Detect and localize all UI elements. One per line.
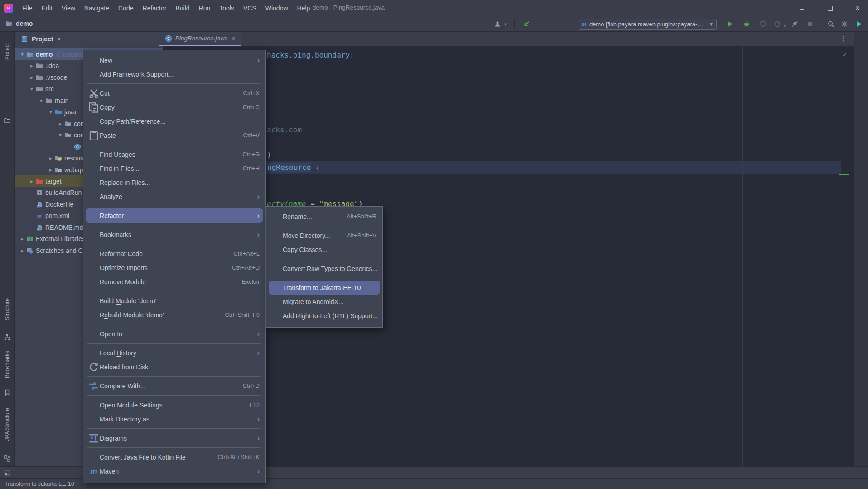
menu-item-remove-module[interactable]: Remove ModuleExcluir xyxy=(83,275,265,289)
menu-item-paste[interactable]: PasteCtrl+V xyxy=(83,128,265,142)
menu-item-compare-with[interactable]: Compare With...Ctrl+D xyxy=(83,379,265,393)
menu-item-shortcut: Ctrl+V xyxy=(234,132,260,139)
menu-item-copy-classes[interactable]: Copy Classes... xyxy=(266,242,382,257)
tool-window-switcher-icon[interactable] xyxy=(4,467,11,479)
debug-button-icon[interactable] xyxy=(743,20,750,28)
chevron-open-icon[interactable]: ▾ xyxy=(29,86,35,92)
menu-item-open-module-settings[interactable]: Open Module SettingsF12 xyxy=(83,398,265,412)
run-configuration-select[interactable]: m demo [fish.payara.maven.plugins:payara… xyxy=(579,19,717,30)
toolbar-project-widget[interactable]: demo xyxy=(5,20,33,27)
menu-item-replace-in-files[interactable]: Replace in Files... xyxy=(83,175,265,189)
project-view-icon xyxy=(21,35,28,43)
minimize-button[interactable]: – xyxy=(791,0,812,16)
menu-item-analyze[interactable]: Analyze› xyxy=(83,189,265,203)
chevron-closed-icon[interactable]: ▸ xyxy=(19,247,25,254)
chevron-open-icon[interactable]: ▾ xyxy=(19,51,25,58)
plugin-logo-icon[interactable] xyxy=(855,20,863,28)
submenu-chevron-right-icon: › xyxy=(257,231,260,238)
tool-window-button-structure[interactable]: Structure xyxy=(4,298,10,320)
stop-button-icon[interactable] xyxy=(806,20,814,28)
menu-item-rename[interactable]: Rename...Alt+Shift+R xyxy=(266,209,382,223)
menubar-edit[interactable]: Edit xyxy=(37,3,57,14)
menubar-vcs[interactable]: VCS xyxy=(239,3,261,14)
menu-item-local-history[interactable]: Local History› xyxy=(83,346,265,360)
menu-item-copy-path-reference[interactable]: Copy Path/Reference... xyxy=(83,114,265,128)
menu-item-maven[interactable]: mMaven› xyxy=(83,464,265,478)
tool-window-button-project[interactable]: Project xyxy=(4,43,10,60)
wrap-guide-line xyxy=(742,46,743,466)
chevron-open-icon[interactable]: ▾ xyxy=(48,109,54,115)
chevron-closed-icon[interactable]: ▸ xyxy=(48,155,54,161)
menu-item-new[interactable]: New› xyxy=(83,53,265,67)
menu-item-copy[interactable]: CopyCtrl+C xyxy=(83,100,265,114)
menubar-tools[interactable]: Tools xyxy=(215,3,239,14)
menubar-refactor[interactable]: Refactor xyxy=(138,3,171,14)
run-with-coverage-button-icon[interactable] xyxy=(759,20,767,28)
attach-debugger-icon[interactable] xyxy=(791,20,798,28)
tool-window-button-jpa-structure[interactable]: JPA Structure xyxy=(4,408,10,441)
menu-item-rebuild-module-demo[interactable]: Rebuild Module 'demo'Ctrl+Shift+F9 xyxy=(83,308,265,322)
menu-item-build-module-demo[interactable]: Build Module 'demo' xyxy=(83,294,265,308)
menubar-code[interactable]: Code xyxy=(114,3,138,14)
menubar-build[interactable]: Build xyxy=(171,3,194,14)
menu-item-transform-to-jakarta-ee-10[interactable]: Transform to Jakarta-EE-10 xyxy=(269,281,380,295)
menu-item-refactor[interactable]: Refactor› xyxy=(86,208,263,223)
menu-item-move-directory[interactable]: Move Directory...Alt+Shift+V xyxy=(266,228,382,242)
run-button-icon[interactable] xyxy=(727,20,734,28)
toolbar-project-name: demo xyxy=(16,20,33,27)
chevron-open-icon[interactable]: ▾ xyxy=(38,97,44,104)
menu-item-migrate-to-androidx[interactable]: Migrate to AndroidX... xyxy=(266,295,382,309)
menu-item-reformat-code[interactable]: Reformat CodeCtrl+Alt+L xyxy=(83,247,265,261)
menubar-navigate[interactable]: Navigate xyxy=(80,3,114,14)
structure-icon[interactable] xyxy=(4,334,11,341)
inspections-ok-icon[interactable]: ✓ xyxy=(843,50,847,59)
menubar-help[interactable]: Help xyxy=(293,3,315,14)
menu-item-add-framework-support[interactable]: Add Framework Support... xyxy=(83,67,265,81)
menu-item-shortcut: Ctrl+Shift+F9 xyxy=(216,311,260,318)
menubar-window[interactable]: Window xyxy=(261,3,293,14)
chevron-open-icon[interactable]: ▾ xyxy=(57,132,63,138)
menu-item-diagrams[interactable]: Diagrams› xyxy=(83,431,265,445)
folder-icon xyxy=(45,97,53,104)
menu-item-mark-directory-as[interactable]: Mark Directory as› xyxy=(83,412,265,426)
menu-item-cut[interactable]: CutCtrl+X xyxy=(83,86,265,100)
profile-icon[interactable] xyxy=(494,20,501,28)
menu-item-optimize-imports[interactable]: Optimize ImportsCtrl+Alt+O xyxy=(83,261,265,275)
menu-item-bookmarks[interactable]: Bookmarks› xyxy=(83,228,265,242)
menu-item-open-in[interactable]: Open In› xyxy=(83,327,265,341)
tab-pingresource[interactable]: C PingResource.java × xyxy=(159,32,241,46)
project-folder-icon[interactable] xyxy=(4,117,11,124)
search-everywhere-icon[interactable] xyxy=(827,20,834,28)
menubar-view[interactable]: View xyxy=(57,3,80,14)
menu-item-find-in-files[interactable]: Find in Files...Ctrl+H xyxy=(83,161,265,175)
project-panel-header[interactable]: Project ▼ xyxy=(21,35,61,43)
editor-options-kebab-icon[interactable]: ⋮ xyxy=(839,34,847,43)
chevron-closed-icon[interactable]: ▸ xyxy=(29,63,35,69)
menu-item-find-usages[interactable]: Find UsagesCtrl+G xyxy=(83,147,265,161)
run-config-chevron-down-icon: ▼ xyxy=(709,22,714,27)
profiler-button-icon[interactable] xyxy=(774,20,781,28)
chevron-closed-icon[interactable]: ▸ xyxy=(57,121,63,127)
menu-item-convert-java-file-to-kotlin-file[interactable]: Convert Java File to Kotlin FileCtrl+Alt… xyxy=(83,450,265,464)
menu-item-label: New xyxy=(100,57,112,64)
menu-item-convert-raw-types-to-generics[interactable]: Convert Raw Types to Generics... xyxy=(266,261,382,276)
bookmark-icon[interactable] xyxy=(4,389,11,396)
chevron-closed-icon[interactable]: ▸ xyxy=(19,236,25,242)
settings-gear-icon[interactable] xyxy=(841,20,848,28)
close-button[interactable]: × xyxy=(847,0,868,16)
vcs-update-icon[interactable] xyxy=(523,20,530,28)
submenu-chevron-right-icon: › xyxy=(257,57,260,64)
maximize-button[interactable] xyxy=(820,0,840,16)
chevron-closed-icon[interactable]: ▸ xyxy=(29,178,35,184)
tab-close-icon[interactable]: × xyxy=(231,35,235,42)
chevron-closed-icon[interactable]: ▸ xyxy=(48,167,54,173)
jpa-icon[interactable] xyxy=(4,455,11,462)
tool-window-button-bookmarks[interactable]: Bookmarks xyxy=(4,351,10,378)
menubar-run[interactable]: Run xyxy=(194,3,215,14)
profile-chevron-down-icon[interactable]: ▼ xyxy=(504,22,508,27)
menu-item-add-right-to-left-rtl-support[interactable]: Add Right-to-Left (RTL) Support... xyxy=(266,309,382,323)
menu-item-reload-from-disk[interactable]: Reload from Disk xyxy=(83,360,265,374)
profiler-chevron-down-icon[interactable]: ▼ xyxy=(783,24,786,28)
chevron-closed-icon[interactable]: ▸ xyxy=(29,74,35,81)
menubar-file[interactable]: File xyxy=(18,3,37,14)
